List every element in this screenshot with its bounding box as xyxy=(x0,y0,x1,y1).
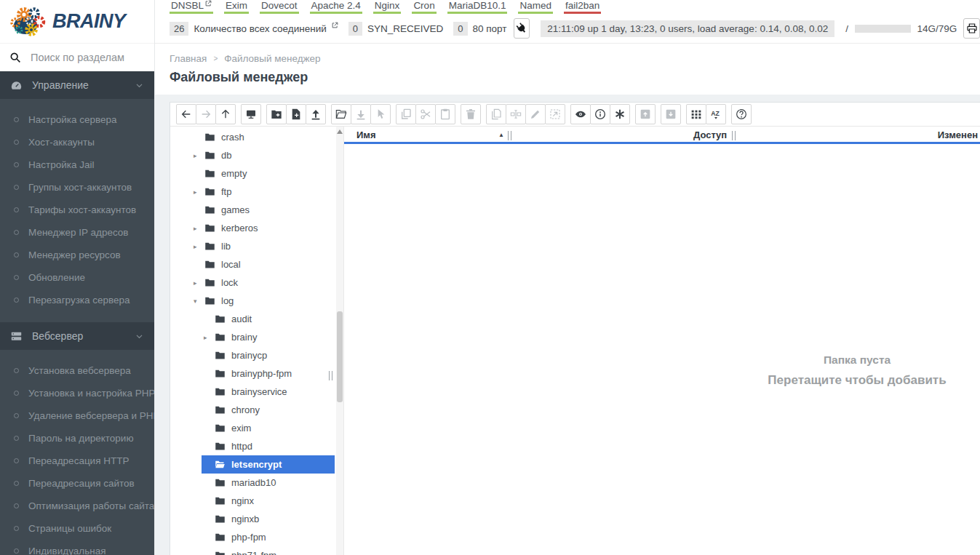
service-link-apache-2-4[interactable]: Apache 2.4 xyxy=(310,0,362,14)
expander-icon[interactable]: ▸ xyxy=(194,243,203,250)
tree-item-php-fpm[interactable]: php-fpm xyxy=(170,528,343,546)
home-directory-button[interactable] xyxy=(241,104,261,124)
sidebar-item-страницы-ошибок[interactable]: Страницы ошибок xyxy=(0,517,154,540)
expander-icon[interactable]: ▾ xyxy=(194,298,203,305)
panel-resize-handle[interactable] xyxy=(329,371,332,380)
expander-icon[interactable]: ▸ xyxy=(204,334,213,341)
tree-item-lib[interactable]: ▸lib xyxy=(170,237,343,255)
view-grid-button[interactable] xyxy=(686,104,706,124)
search-input[interactable] xyxy=(29,51,145,64)
bullet-icon xyxy=(14,458,19,463)
sidebar-item-установка-и-настройка-php[interactable]: Установка и настройка PHP xyxy=(0,382,154,404)
sidebar-item-переадресация-сайтов[interactable]: Переадресация сайтов xyxy=(0,472,154,495)
tree-item-inner: chrony xyxy=(213,401,343,419)
tree-item-crash[interactable]: crash xyxy=(170,128,343,146)
sidebar-item-переадресация-http[interactable]: Переадресация HTTP xyxy=(0,450,154,472)
expander-icon[interactable]: ▸ xyxy=(194,188,203,196)
counter-label[interactable]: Количество всех соединений xyxy=(194,23,326,34)
sidebar-item-label: Установка и настройка PHP xyxy=(28,388,154,399)
open-folder-button[interactable] xyxy=(331,104,351,124)
tree-item-inner: mariadb10 xyxy=(213,474,343,492)
sidebar-item-хост-аккаунты[interactable]: Хост-аккаунты xyxy=(0,131,154,153)
scrollbar-thumb[interactable] xyxy=(337,311,343,402)
column-header-name[interactable]: Имя xyxy=(356,129,376,140)
tree-item-mariadb10[interactable]: mariadb10 xyxy=(170,474,343,492)
permissions-button[interactable] xyxy=(610,104,630,124)
info-button[interactable] xyxy=(590,104,610,124)
tree-item-brainy[interactable]: ▸brainy xyxy=(170,328,343,346)
service-link-exim[interactable]: Exim xyxy=(224,0,249,14)
expander-icon[interactable]: ▸ xyxy=(194,152,203,159)
column-header-modified[interactable]: Изменен xyxy=(938,129,978,140)
sidebar-item-перезагрузка-сервера[interactable]: Перезагрузка сервера xyxy=(0,289,154,311)
scroll-up-icon[interactable] xyxy=(337,129,343,134)
service-link-named[interactable]: Named xyxy=(518,0,553,14)
sidebar-item-индивидуальная[interactable]: Индивидуальная xyxy=(0,540,154,555)
tree-item-httpd[interactable]: httpd xyxy=(170,437,343,455)
tree-scrollbar[interactable] xyxy=(336,127,343,555)
sidebar-item-установка-вебсервера[interactable]: Установка вебсервера xyxy=(0,359,154,382)
upload-button[interactable] xyxy=(306,104,326,124)
tree-item-letsencrypt[interactable]: letsencrypt xyxy=(170,455,343,474)
tree-item-lock[interactable]: ▸lock xyxy=(170,273,343,292)
logo[interactable]: BRAINY xyxy=(0,0,154,44)
sidebar-item-label: Переадресация сайтов xyxy=(28,478,135,489)
sidebar-item-оптимизация-работы-сайта[interactable]: Оптимизация работы сайта xyxy=(0,495,154,517)
tree-item-local[interactable]: local xyxy=(170,255,343,273)
tree-item-ftp[interactable]: ▸ftp xyxy=(170,183,343,201)
tree-item-chrony[interactable]: chrony xyxy=(170,401,343,419)
tree-item-empty[interactable]: empty xyxy=(170,164,343,183)
tree-item-label: empty xyxy=(221,168,247,179)
connections-button[interactable] xyxy=(514,18,530,39)
new-folder-button[interactable] xyxy=(266,104,287,124)
expander-icon[interactable]: ▸ xyxy=(194,279,203,287)
bullet-icon xyxy=(14,368,19,373)
sidebar-item-пароль-на-директорию[interactable]: Пароль на директорию xyxy=(0,427,154,450)
service-link-cron[interactable]: Cron xyxy=(412,0,436,14)
counter-label[interactable]: 80 порт xyxy=(473,23,507,34)
sidebar-item-настройка-сервера[interactable]: Настройка сервера xyxy=(0,108,154,131)
sidebar-item-настройка-jail[interactable]: Настройка Jail xyxy=(0,153,154,176)
help-button[interactable] xyxy=(731,104,752,124)
folder-icon xyxy=(215,550,226,555)
sidebar-item-группы-хост-аккаунтов[interactable]: Группы хост-аккаунтов xyxy=(0,176,154,199)
tree-item-games[interactable]: games xyxy=(170,201,343,219)
sort-alpha-button[interactable] xyxy=(706,104,726,124)
service-link-fail2ban[interactable]: fail2ban xyxy=(564,0,601,14)
sidebar-item-тарифы-хост-аккаунтов[interactable]: Тарифы хост-аккаунтов xyxy=(0,199,154,221)
service-link-dovecot[interactable]: Dovecot xyxy=(260,0,299,14)
new-file-button[interactable] xyxy=(286,104,306,124)
sidebar-item-менеджер-ресурсов[interactable]: Менеджер ресурсов xyxy=(0,244,154,266)
service-link-dnsbl[interactable]: DNSBL xyxy=(170,0,213,14)
expander-icon[interactable]: ▸ xyxy=(194,225,203,232)
tree-item-audit[interactable]: audit xyxy=(170,310,343,328)
tree-item-brainyphp-fpm[interactable]: brainyphp-fpm xyxy=(170,364,343,383)
tree-item-nginxb[interactable]: nginxb xyxy=(170,510,343,528)
sidebar-section-вебсервер[interactable]: Вебсервер xyxy=(0,322,154,350)
toolbar-group xyxy=(731,104,752,124)
sidebar-item-удаление-вебсервера-и-php[interactable]: Удаление вебсервера и PHP xyxy=(0,404,154,427)
sidebar-item-менеджер-ip-адресов[interactable]: Менеджер IP адресов xyxy=(0,221,154,244)
tree-item-nginx[interactable]: nginx xyxy=(170,492,343,510)
preview-button[interactable] xyxy=(570,104,591,124)
up-button[interactable] xyxy=(215,104,236,124)
tree-item-log[interactable]: ▾log xyxy=(170,292,343,310)
print-button[interactable] xyxy=(963,18,980,39)
service-link-mariadb10-1[interactable]: MariaDB10.1 xyxy=(447,0,508,14)
sidebar-item-обновление[interactable]: Обновление xyxy=(0,266,154,289)
tree-item-kerberos[interactable]: ▸kerberos xyxy=(170,219,343,237)
tree-item-exim[interactable]: exim xyxy=(170,419,343,437)
column-header-access[interactable]: Доступ xyxy=(693,129,727,140)
tree-item-db[interactable]: ▸db xyxy=(170,146,343,164)
column-resize-handle[interactable] xyxy=(508,131,511,140)
tree-item-php71-fpm[interactable]: php71-fpm xyxy=(170,546,343,555)
disk-usage-bar xyxy=(855,25,911,33)
service-link-nginx[interactable]: Nginx xyxy=(373,0,402,14)
counter-label[interactable]: SYN_RECEIVED xyxy=(367,23,443,34)
breadcrumb-home[interactable]: Главная xyxy=(170,53,207,64)
tree-item-brainycp[interactable]: brainycp xyxy=(170,346,343,364)
sidebar-section-управление[interactable]: Управление xyxy=(0,71,154,99)
column-resize-handle[interactable] xyxy=(732,131,736,140)
tree-item-brainyservice[interactable]: brainyservice xyxy=(170,383,343,401)
back-button[interactable] xyxy=(176,104,196,124)
